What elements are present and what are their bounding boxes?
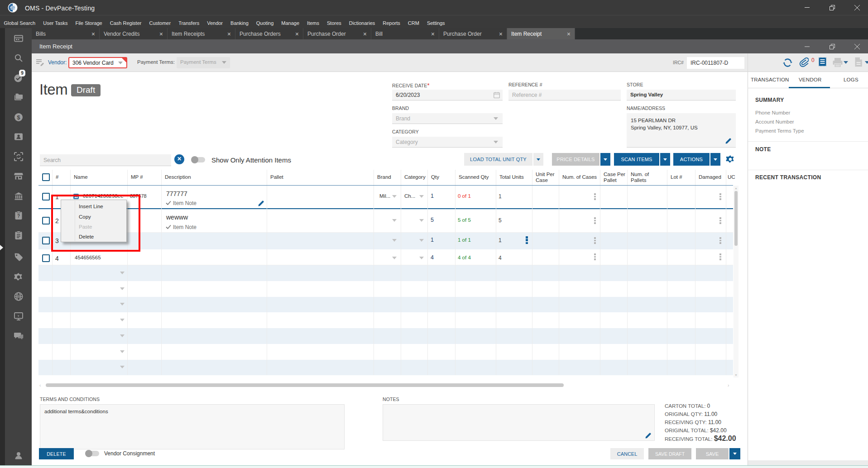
tab-bill[interactable]: Bill✕: [371, 28, 439, 39]
menu-global-search[interactable]: Global Search: [0, 17, 39, 29]
load-total-unit-qty-dropdown[interactable]: [533, 153, 543, 166]
tab-item-receipt-active[interactable]: Item Receipt✕: [507, 28, 575, 39]
chevron-down-icon[interactable]: [120, 272, 125, 274]
chat-icon[interactable]: [14, 331, 24, 341]
table-row-4[interactable]: [38, 249, 733, 265]
col-header-qty[interactable]: Qty: [427, 170, 455, 185]
menu-quoting[interactable]: Quoting: [252, 17, 278, 29]
tab-bills[interactable]: Bills✕: [32, 28, 100, 39]
inner-close-button[interactable]: [847, 39, 867, 53]
sidebar-expander-arrow[interactable]: [0, 245, 3, 250]
tab-purchase-order-1[interactable]: Purchase Order✕: [303, 28, 371, 39]
tab-logs[interactable]: LOGS: [844, 77, 858, 82]
col-header-lot[interactable]: Lot #: [667, 170, 695, 185]
select-all-checkbox[interactable]: [42, 173, 50, 181]
empty-row[interactable]: [38, 344, 733, 360]
tab-close-icon[interactable]: ✕: [87, 31, 99, 37]
tab-close-icon[interactable]: ✕: [359, 31, 371, 37]
empty-row[interactable]: [38, 265, 733, 281]
col-header-category[interactable]: Category: [401, 170, 427, 185]
cancel-button[interactable]: CANCEL: [610, 448, 644, 459]
store-icon[interactable]: [14, 171, 24, 181]
receipt-icon[interactable]: [818, 57, 827, 67]
col-header-uc[interactable]: UC: [726, 170, 738, 185]
chevron-down-icon[interactable]: [120, 319, 125, 321]
clipboard-list-icon[interactable]: [14, 230, 24, 240]
price-details-button[interactable]: PRICE DETAILS: [552, 153, 599, 166]
window-close-button[interactable]: [847, 0, 867, 15]
col-header-unit-per-case[interactable]: Unit Per Case: [532, 170, 559, 185]
tab-purchase-order-2[interactable]: Purchase Order✕: [439, 28, 507, 39]
attachment-icon[interactable]: [799, 57, 809, 68]
refresh-icon[interactable]: [782, 57, 793, 68]
save-draft-button[interactable]: SAVE DRAFT: [648, 448, 691, 459]
search-input[interactable]: [40, 154, 171, 166]
chevron-down-icon[interactable]: [120, 303, 125, 306]
user-profile-icon[interactable]: [14, 451, 24, 461]
vendor-consignment-toggle[interactable]: [85, 450, 100, 457]
tag-icon[interactable]: [14, 252, 24, 262]
attention-items-toggle[interactable]: [191, 156, 206, 163]
scroll-left-icon[interactable]: ‹: [39, 383, 41, 388]
horizontal-scrollbar-thumb[interactable]: [46, 383, 564, 387]
monitor-pos-icon[interactable]: [14, 311, 24, 321]
table-row-3-selected[interactable]: [38, 233, 733, 249]
terms-textarea[interactable]: additional terms&conditions: [40, 404, 345, 449]
col-header-num[interactable]: #: [52, 170, 70, 185]
chevron-down-icon[interactable]: [120, 366, 125, 368]
chevron-down-icon[interactable]: [120, 287, 125, 290]
menu-banking[interactable]: Banking: [227, 17, 253, 29]
dollar-icon[interactable]: $: [14, 112, 24, 122]
inner-restore-button[interactable]: [822, 39, 842, 53]
menu-file-storage[interactable]: File Storage: [72, 17, 106, 29]
scroll-down-icon[interactable]: ▼: [734, 373, 738, 377]
kebab-menu-icon[interactable]: [594, 253, 595, 261]
category-select[interactable]: Category: [392, 137, 503, 148]
tab-purchase-orders[interactable]: Purchase Orders✕: [235, 28, 303, 39]
kebab-menu-icon[interactable]: [719, 237, 721, 245]
tab-close-icon[interactable]: ✕: [427, 31, 439, 37]
reference-field[interactable]: Reference #: [508, 90, 621, 100]
edit-pencil-icon[interactable]: [258, 200, 265, 207]
bank-icon[interactable]: [14, 191, 24, 201]
irc-number-field[interactable]: IRC-0011807-D: [687, 57, 744, 69]
chevron-down-icon[interactable]: [392, 257, 397, 259]
print-icon[interactable]: [832, 57, 843, 68]
kebab-menu-icon[interactable]: [594, 193, 595, 201]
receive-date-field[interactable]: 6/20/2023: [392, 90, 503, 100]
chevron-down-icon[interactable]: [865, 61, 868, 64]
empty-row[interactable]: [38, 360, 733, 375]
gear-icon[interactable]: [14, 272, 24, 282]
table-row-2[interactable]: [38, 209, 733, 233]
col-header-description[interactable]: Description: [161, 170, 267, 185]
kebab-menu-icon[interactable]: [719, 217, 721, 225]
scan-items-dropdown[interactable]: [660, 153, 670, 166]
payment-terms-select[interactable]: Payment Terms: [177, 57, 230, 68]
empty-row[interactable]: [38, 297, 733, 312]
menu-reports[interactable]: Reports: [379, 17, 404, 29]
col-header-total-units[interactable]: Total Units: [496, 170, 532, 185]
menu-user-tasks[interactable]: User Tasks: [39, 17, 72, 29]
clipboard-question-icon[interactable]: ?: [14, 210, 24, 220]
note-edit-icon[interactable]: [36, 58, 45, 67]
menu-stores[interactable]: Stores: [323, 17, 345, 29]
delete-button[interactable]: DELETE: [39, 448, 74, 459]
menu-settings[interactable]: Settings: [423, 17, 449, 29]
tab-close-icon[interactable]: ✕: [155, 31, 167, 37]
row-checkbox[interactable]: [42, 217, 50, 224]
col-header-name[interactable]: Name: [70, 170, 127, 185]
tab-close-icon[interactable]: ✕: [495, 31, 507, 37]
chevron-down-icon[interactable]: [120, 334, 125, 337]
window-minimize-button[interactable]: [797, 0, 817, 15]
tab-vendor-credits[interactable]: Vendor Credits✕: [100, 28, 168, 39]
chevron-down-icon[interactable]: [419, 239, 424, 242]
notes-textarea[interactable]: [383, 404, 655, 441]
search-icon[interactable]: [14, 53, 24, 63]
chevron-down-icon[interactable]: [419, 257, 424, 259]
item-qty[interactable]: 5: [431, 217, 434, 223]
kebab-menu-icon-active[interactable]: [526, 236, 527, 245]
tab-close-icon[interactable]: ✕: [223, 31, 235, 37]
actions-dropdown[interactable]: [710, 153, 720, 166]
edit-pencil-icon[interactable]: [725, 137, 732, 144]
vertical-scrollbar-thumb[interactable]: [734, 191, 738, 246]
